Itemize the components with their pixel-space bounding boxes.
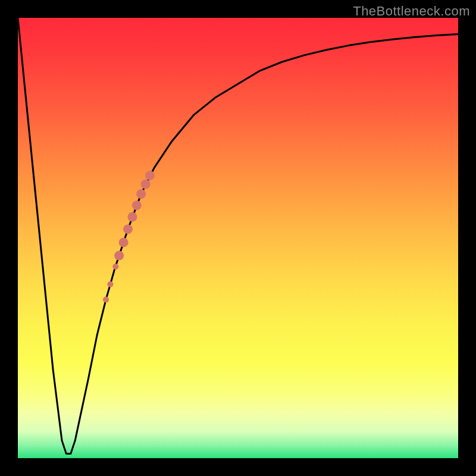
bottleneck-curve-line [18,18,458,454]
highlight-dot [119,237,129,247]
highlight-dot [103,297,109,303]
highlight-dot [132,201,142,210]
highlight-dot [141,180,151,189]
highlight-dot [112,264,118,270]
highlight-dot [114,251,124,261]
highlight-dot [127,212,137,222]
plot-area [18,18,458,458]
chart-container: TheBottleneck.com [0,0,476,476]
chart-svg [18,18,458,458]
highlight-dot [107,281,113,287]
highlight-dot [123,224,133,234]
highlight-segment [103,171,155,303]
highlight-dot [145,171,155,180]
highlight-dot [136,189,146,199]
watermark-text: TheBottleneck.com [353,4,470,19]
